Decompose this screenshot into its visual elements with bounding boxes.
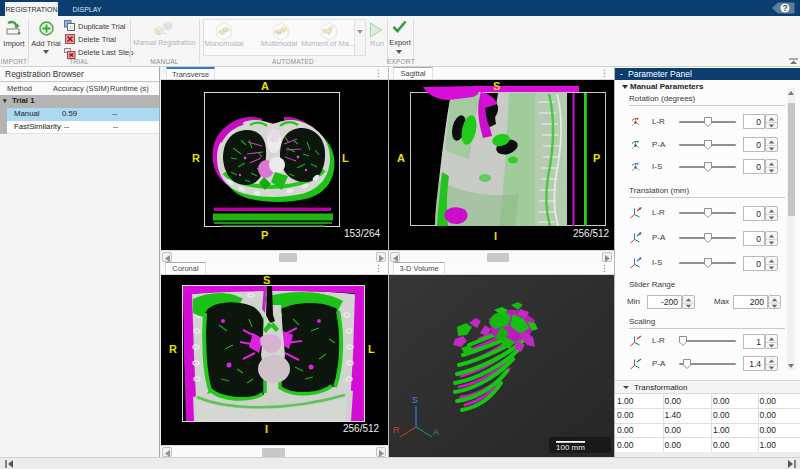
svg-text:L: L [342,152,349,164]
svg-text:153/264: 153/264 [344,228,381,239]
svg-text:A: A [397,152,405,164]
svg-text:P: P [261,229,268,241]
svg-text:100 mm: 100 mm [556,443,585,452]
svg-text:I: I [265,423,268,435]
svg-text:I: I [494,230,497,242]
svg-text:?: ? [783,3,788,13]
svg-text:S: S [493,80,500,92]
svg-text:S: S [412,395,418,405]
svg-text:A: A [261,80,269,92]
svg-text:S: S [263,275,270,286]
svg-text:R: R [169,343,177,355]
svg-text:A: A [433,427,439,437]
svg-text:256/512: 256/512 [343,423,380,434]
svg-text:L: L [368,343,375,355]
svg-text:P: P [593,152,600,164]
svg-text:R: R [393,425,400,435]
svg-text:256/512: 256/512 [573,228,610,239]
svg-text:R: R [192,152,200,164]
